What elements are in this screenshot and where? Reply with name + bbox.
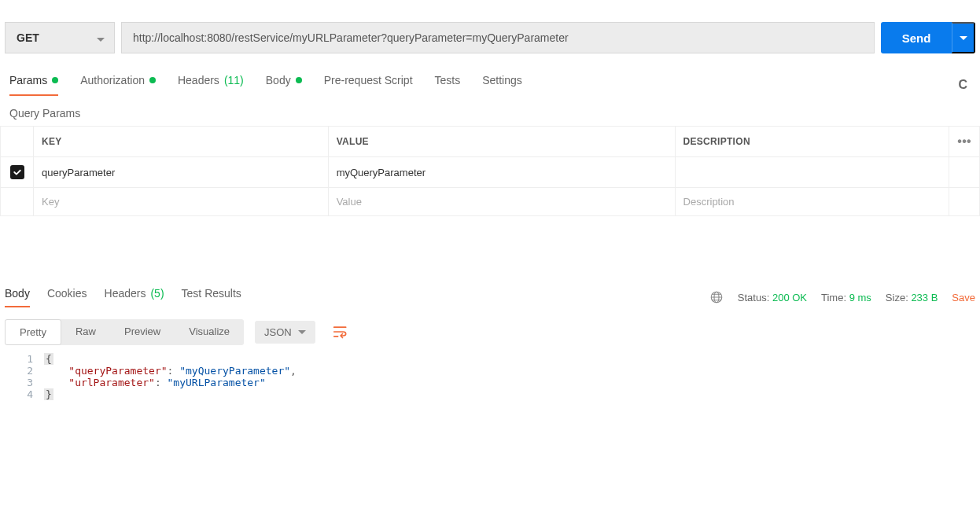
tab-label: Authorization — [80, 74, 145, 86]
param-key-cell[interactable]: queryParameter — [34, 157, 329, 188]
param-value-cell[interactable]: myQueryParameter — [328, 157, 675, 188]
status-dot-icon — [296, 77, 302, 83]
column-value: VALUE — [328, 127, 675, 157]
line-number: 4 — [13, 388, 44, 400]
status-value: 200 OK — [772, 292, 807, 303]
view-raw[interactable]: Raw — [61, 319, 110, 345]
size-label: Size: 233 B — [886, 292, 938, 303]
row-checkbox[interactable] — [10, 165, 24, 179]
tab-settings[interactable]: Settings — [482, 74, 522, 96]
json-key: "queryParameter" — [68, 365, 167, 377]
view-mode-segmented: Pretty Raw Preview Visualize — [5, 319, 244, 345]
request-tabs: Params Authorization Headers(11) Body Pr… — [0, 60, 980, 96]
time-value: 9 ms — [849, 292, 871, 303]
placeholder: Value — [337, 196, 362, 208]
tab-label: Headers — [178, 74, 219, 86]
row-more — [949, 157, 980, 188]
tab-params[interactable]: Params — [9, 74, 58, 96]
time-label: Time: 9 ms — [821, 292, 871, 303]
http-method-value: GET — [17, 31, 39, 44]
save-response-button[interactable]: Save — [952, 292, 975, 303]
http-method-select[interactable]: GET — [5, 22, 115, 53]
caret-down-icon — [97, 31, 105, 44]
response-tab-test-results[interactable]: Test Results — [182, 287, 241, 307]
column-more[interactable]: ••• — [949, 127, 980, 157]
query-params-table: KEY VALUE DESCRIPTION ••• queryParameter… — [0, 126, 980, 216]
tab-label: Params — [9, 74, 47, 86]
code-brace: } — [44, 388, 53, 400]
column-key: KEY — [34, 127, 329, 157]
param-description-input[interactable]: Description — [675, 188, 949, 216]
placeholder: Description — [683, 196, 735, 208]
tab-label: Body — [5, 287, 30, 300]
line-number: 1 — [13, 353, 44, 365]
globe-icon[interactable] — [709, 290, 724, 304]
row-more — [949, 188, 980, 216]
tab-label: Cookies — [47, 287, 87, 300]
section-label: Query Params — [0, 96, 980, 126]
placeholder: Key — [42, 196, 59, 208]
format-select[interactable]: JSON — [255, 321, 315, 344]
table-row: queryParameter myQueryParameter — [1, 157, 980, 188]
response-tab-headers[interactable]: Headers(5) — [105, 287, 164, 307]
json-key: "urlParameter" — [68, 377, 155, 388]
wrap-icon — [333, 325, 348, 339]
send-more-button[interactable] — [952, 22, 975, 53]
row-checkbox-empty — [1, 188, 34, 216]
code-brace: { — [44, 353, 53, 365]
param-key: queryParameter — [42, 167, 115, 178]
column-checkbox — [1, 127, 34, 157]
tab-count: (11) — [224, 74, 244, 86]
tab-tests[interactable]: Tests — [435, 74, 461, 96]
wrap-lines-button[interactable] — [326, 318, 355, 345]
response-view-bar: Pretty Raw Preview Visualize JSON — [0, 307, 980, 353]
json-value: "myURLParameter" — [168, 377, 266, 388]
column-description: DESCRIPTION — [675, 127, 949, 157]
response-body[interactable]: 1{ 2 "queryParameter": "myQueryParameter… — [0, 353, 980, 416]
line-number: 3 — [13, 377, 44, 388]
view-preview[interactable]: Preview — [110, 319, 175, 345]
json-value: "myQueryParameter" — [179, 365, 290, 377]
status-dot-icon — [52, 77, 58, 83]
response-tab-cookies[interactable]: Cookies — [47, 287, 87, 307]
tab-label: Test Results — [182, 287, 241, 300]
check-icon — [13, 167, 22, 177]
response-tab-body[interactable]: Body — [5, 287, 30, 307]
tab-count: (5) — [150, 287, 164, 300]
tab-body[interactable]: Body — [266, 74, 302, 96]
tab-headers[interactable]: Headers(11) — [178, 74, 244, 96]
tab-label: Settings — [482, 74, 522, 86]
view-visualize[interactable]: Visualize — [175, 319, 244, 345]
response-meta: Status: 200 OK Time: 9 ms Size: 233 B Sa… — [709, 290, 975, 304]
status-dot-icon — [149, 77, 156, 83]
tab-authorization[interactable]: Authorization — [80, 74, 156, 96]
size-value: 233 B — [911, 292, 938, 303]
tab-label: Headers — [105, 287, 146, 300]
tab-cookies-shortcut[interactable]: C — [958, 78, 971, 92]
param-key-input[interactable]: Key — [34, 188, 329, 216]
send-button[interactable]: Send — [881, 22, 952, 53]
tab-label: Pre-request Script — [324, 74, 413, 86]
send-button-group: Send — [881, 22, 975, 53]
response-tabs: Body Cookies Headers(5) Test Results Sta… — [0, 216, 980, 307]
caret-down-icon — [298, 330, 306, 334]
line-number: 2 — [13, 365, 44, 377]
view-pretty[interactable]: Pretty — [5, 319, 61, 345]
request-bar: GET http://localhost:8080/restService/my… — [0, 0, 980, 60]
tab-prerequest[interactable]: Pre-request Script — [324, 74, 413, 96]
table-row-new: Key Value Description — [1, 188, 980, 216]
tab-label: Tests — [435, 74, 461, 86]
param-description-cell[interactable] — [675, 157, 949, 188]
tab-label: Body — [266, 74, 291, 86]
url-input[interactable]: http://localhost:8080/restService/myURLP… — [121, 22, 875, 53]
format-value: JSON — [264, 326, 292, 338]
status-label: Status: 200 OK — [738, 292, 807, 303]
param-value-input[interactable]: Value — [328, 188, 675, 216]
caret-down-icon — [960, 36, 967, 40]
param-value: myQueryParameter — [337, 167, 426, 178]
url-value: http://localhost:8080/restService/myURLP… — [133, 31, 569, 44]
